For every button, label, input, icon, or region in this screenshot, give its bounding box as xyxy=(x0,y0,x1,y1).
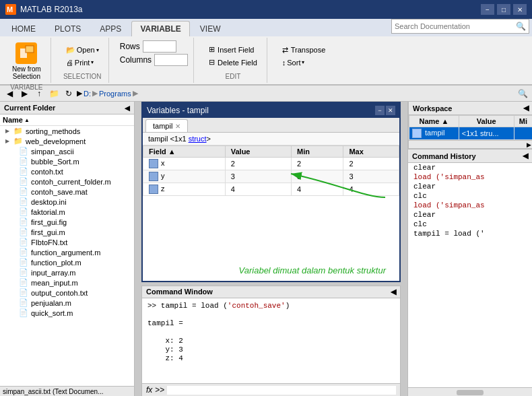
cmd-line-z: z: 4 xyxy=(147,354,395,362)
nav-refresh-button[interactable]: ↻ xyxy=(62,88,75,100)
var-minimize-button[interactable]: − xyxy=(375,106,385,115)
list-item[interactable]: clear xyxy=(408,210,532,220)
file-name-simpan: simpan_ascii xyxy=(31,147,74,156)
file-icon-desktop: 📄 xyxy=(19,197,28,206)
var-tab-close-button[interactable]: ✕ xyxy=(175,123,180,130)
table-row[interactable]: z 4 4 4 xyxy=(143,183,399,196)
tab-variable[interactable]: VARIABLE xyxy=(131,21,189,36)
table-row[interactable]: y 3 3 3 xyxy=(143,170,399,183)
transpose-button[interactable]: ⇄ Transpose xyxy=(278,44,330,56)
ws-name-tampil: tampil xyxy=(425,129,444,137)
file-item-bubble[interactable]: 📄 bubble_Sort.m xyxy=(0,156,134,166)
file-icon-bubble: 📄 xyxy=(19,157,28,166)
list-item[interactable]: clear xyxy=(408,182,532,191)
list-item[interactable]: tampil = load (' xyxy=(408,229,532,238)
history-scroll-thumb[interactable] xyxy=(457,390,484,395)
list-item[interactable]: clc xyxy=(408,191,532,201)
var-tab-tampil[interactable]: tampil ✕ xyxy=(145,119,188,132)
table-row[interactable]: x 2 2 2 xyxy=(143,158,399,170)
file-item-quick-sort[interactable]: 📄 quick_sort.m xyxy=(0,308,134,318)
col-max[interactable]: Max xyxy=(343,146,399,158)
file-item-mean[interactable]: 📄 mean_input.m xyxy=(0,277,134,288)
open-button[interactable]: 📂 Open ▾ xyxy=(62,44,103,56)
col-field[interactable]: Field ▲ xyxy=(143,146,226,158)
file-item-contoh[interactable]: 📄 contoh.txt xyxy=(0,166,134,176)
file-item-input-array[interactable]: 📄 input_array.m xyxy=(0,267,134,277)
file-item-first-fig[interactable]: 📄 first_gui.fig xyxy=(0,217,134,227)
ws-icon-tampil xyxy=(412,129,422,138)
ws-col-name[interactable]: Name ▲ xyxy=(409,116,459,127)
cmd-history-pin-button[interactable]: ◀ xyxy=(523,152,528,160)
file-icon-contoh: 📄 xyxy=(19,167,28,176)
file-item-penjualan[interactable]: 📄 penjualan.m xyxy=(0,298,134,308)
cols-input[interactable] xyxy=(154,54,188,66)
tab-home[interactable]: HOME xyxy=(3,21,44,36)
file-item-desktop[interactable]: 📄 desktop.ini xyxy=(0,197,134,207)
cell-max: 4 xyxy=(343,183,399,196)
list-item[interactable]: clear xyxy=(408,163,532,172)
cell-max: 2 xyxy=(343,158,399,170)
tab-view[interactable]: VIEW xyxy=(191,21,230,36)
search-icon[interactable]: 🔍 xyxy=(513,22,529,31)
file-item-faktorial[interactable]: 📄 faktorial.m xyxy=(0,207,134,217)
folder-item-web[interactable]: ▶ 📁 web_development xyxy=(0,136,134,146)
name-column-header[interactable]: Name ▲ xyxy=(3,116,131,124)
struct-link[interactable]: struct xyxy=(189,135,207,143)
file-item-contoh-current[interactable]: 📄 contoh_current_folder.m xyxy=(0,176,134,187)
list-item[interactable]: clc xyxy=(408,220,532,229)
col-value[interactable]: Value xyxy=(225,146,291,158)
ws-scroll-right[interactable]: ▶ xyxy=(527,141,531,148)
close-button[interactable]: ✕ xyxy=(513,4,527,15)
file-item-func-plot[interactable]: 📄 function_plot.m xyxy=(0,257,134,267)
workspace-row-tampil[interactable]: tampil <1x1 stru... xyxy=(409,127,533,140)
nav-search-button[interactable]: 🔍 xyxy=(516,88,529,100)
file-name-quick-sort: quick_sort.m xyxy=(31,309,73,317)
cmd-pin-button[interactable]: ◀ xyxy=(391,288,396,296)
history-scrollbar[interactable] xyxy=(408,387,532,396)
search-box[interactable]: 🔍 xyxy=(391,19,529,34)
panel-pin-button[interactable]: ◀ xyxy=(125,104,130,112)
rows-input[interactable] xyxy=(143,40,176,53)
expand-web-button[interactable]: ▶ xyxy=(5,138,11,144)
delete-field-button[interactable]: ⊟ Delete Field xyxy=(205,57,261,68)
file-item-simpan-ascii[interactable]: 📄 simpan_ascii xyxy=(0,146,134,156)
col-min[interactable]: Min xyxy=(292,146,343,158)
print-button[interactable]: 🖨 Print ▾ xyxy=(62,57,103,68)
file-name-contoh: contoh.txt xyxy=(31,168,63,176)
new-from-selection-button[interactable]: New fromSelection xyxy=(8,40,45,82)
command-history-body[interactable]: clearload ('simpan_asclearclcload ('simp… xyxy=(408,163,532,387)
file-item-first-m[interactable]: 📄 first_gui.m xyxy=(0,227,134,237)
path-d[interactable]: D: xyxy=(84,90,91,98)
file-icon-first-m: 📄 xyxy=(19,228,28,236)
nav-up-button[interactable]: ↑ xyxy=(32,88,46,100)
path-programs[interactable]: Programs xyxy=(99,90,131,98)
list-item[interactable]: load ('simpan_as xyxy=(408,201,532,210)
ws-col-value[interactable]: Value xyxy=(459,116,514,127)
cmd-input[interactable] xyxy=(167,386,396,395)
folder-item-sorting[interactable]: ▶ 📁 sorting_methods xyxy=(0,126,134,136)
minimize-button[interactable]: − xyxy=(481,4,494,15)
command-window-body[interactable]: >> tampil = load ('contoh_save') tampil … xyxy=(142,298,400,383)
nav-back-button[interactable]: ◀ xyxy=(3,88,16,100)
list-item[interactable]: load ('simpan_as xyxy=(408,172,532,182)
search-input[interactable] xyxy=(392,22,513,30)
tab-plots[interactable]: PLOTS xyxy=(46,21,90,36)
workspace-pin-button[interactable]: ◀ xyxy=(523,104,529,112)
new-from-selection-label: New fromSelection xyxy=(12,65,41,80)
file-item-output[interactable]: 📄 output_contoh.txt xyxy=(0,288,134,298)
file-item-contoh-save[interactable]: 📄 contoh_save.mat xyxy=(0,187,134,197)
file-item-func-arg[interactable]: 📄 function_argument.m xyxy=(0,247,134,257)
cols-label: Columns xyxy=(120,55,152,65)
expand-sorting-button[interactable]: ▶ xyxy=(5,128,11,134)
sort-button[interactable]: ↕ Sort ▾ xyxy=(278,57,330,68)
tab-apps[interactable]: APPS xyxy=(91,21,130,36)
ws-col-mi[interactable]: Mi xyxy=(514,116,532,127)
nav-forward-button[interactable]: ▶ xyxy=(18,88,31,100)
maximize-button[interactable]: □ xyxy=(497,4,510,15)
var-close-button[interactable]: ✕ xyxy=(386,106,395,115)
insert-field-button[interactable]: ⊞ Insert Field xyxy=(205,44,261,55)
file-item-fibto[interactable]: 📄 FIbtoFN.txt xyxy=(0,237,134,247)
workspace-scrollbar[interactable]: ▶ xyxy=(409,140,532,148)
cell-field: z xyxy=(143,183,226,196)
nav-browse-button[interactable]: 📁 xyxy=(47,88,61,100)
